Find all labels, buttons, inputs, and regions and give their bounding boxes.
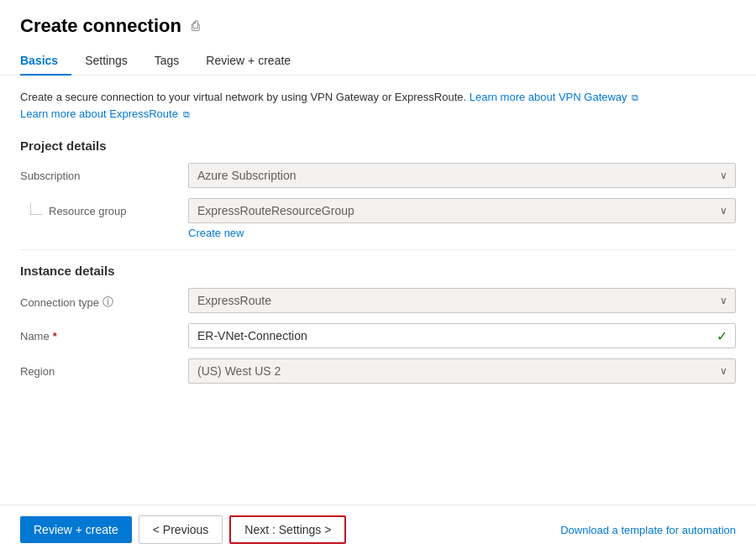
section-divider [20,249,736,250]
connection-type-label: Connection type ⓘ [20,288,188,310]
info-icon[interactable]: ⓘ [102,295,113,310]
print-icon[interactable]: ⎙ [192,18,200,34]
required-indicator: * [53,330,57,342]
name-label: Name * [20,323,188,342]
project-details-title: Project details [20,138,736,153]
resource-group-label-area: Resource group [20,198,188,217]
previous-button[interactable]: < Previous [139,515,223,544]
region-control: (US) West US 2 [188,358,736,384]
tab-review-create[interactable]: Review + create [192,47,304,76]
connection-type-control: ExpressRoute [188,288,736,313]
learn-more-vpn-link[interactable]: Learn more about VPN Gateway ⧉ [470,91,639,103]
footer: Review + create < Previous Next : Settin… [0,504,756,554]
tabs-bar: Basics Settings Tags Review + create [0,37,756,76]
resource-group-label: Resource group [49,205,127,217]
name-control: ✓ [188,323,736,348]
external-link-icon-2: ⧉ [183,109,190,119]
connection-type-row: Connection type ⓘ ExpressRoute [20,288,736,313]
review-create-button[interactable]: Review + create [20,516,132,543]
external-link-icon-1: ⧉ [632,92,638,102]
valid-checkmark: ✓ [717,328,727,344]
subscription-select[interactable]: Azure Subscription [188,163,736,188]
main-content: Create a secure connection to your virtu… [0,76,756,504]
page-title: Create connection [20,15,181,37]
region-row: Region (US) West US 2 [20,358,736,384]
subscription-control: Azure Subscription [188,163,736,188]
description-text: Create a secure connection to your virtu… [20,89,736,122]
subscription-row: Subscription Azure Subscription [20,163,736,188]
name-input[interactable] [188,323,736,348]
tab-tags[interactable]: Tags [141,47,193,76]
resource-group-select[interactable]: ExpressRouteResourceGroup [188,198,736,223]
resource-group-row: Resource group ExpressRouteResourceGroup… [20,198,736,239]
instance-details-title: Instance details [20,264,736,278]
tab-basics[interactable]: Basics [20,47,71,76]
learn-more-expressroute-link[interactable]: Learn more about ExpressRoute ⧉ [20,107,190,120]
resource-group-control: ExpressRouteResourceGroup Create new [188,198,736,239]
subscription-label: Subscription [20,163,188,182]
region-label: Region [20,358,188,378]
next-settings-button[interactable]: Next : Settings > [229,515,346,544]
create-new-link[interactable]: Create new [188,227,244,239]
connection-type-select[interactable]: ExpressRoute [188,288,736,313]
region-select[interactable]: (US) West US 2 [188,358,736,384]
download-template-link[interactable]: Download a template for automation [560,524,736,536]
tab-settings[interactable]: Settings [71,47,141,76]
name-row: Name * ✓ [20,323,736,348]
